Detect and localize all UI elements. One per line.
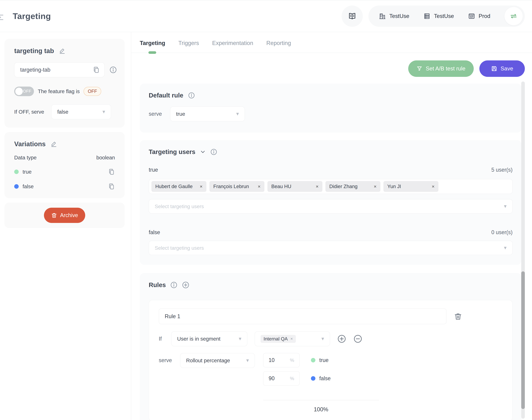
chevron-down-icon: ▼ — [235, 111, 240, 117]
true-users-tags-box[interactable]: Hubert de Gaulle × François Lebrun × Bea… — [149, 179, 513, 194]
chevron-down-icon: ▼ — [238, 336, 242, 341]
true-users-select[interactable]: Select targeting users ▼ — [149, 199, 513, 213]
funnel-icon — [416, 66, 422, 72]
rule-item: If User is in segment ▼ Internal QA × ▼ — [149, 300, 513, 420]
tab-reporting[interactable]: Reporting — [266, 40, 291, 53]
targeting-users-info-icon[interactable] — [210, 149, 217, 155]
tab-targeting[interactable]: Targeting — [140, 40, 165, 53]
scrollbar-thumb[interactable] — [521, 271, 525, 409]
copy-variation-true-icon[interactable] — [108, 168, 115, 175]
variation-false-dot — [311, 376, 315, 381]
app-header: Targeting TestUse TestUse — [0, 0, 532, 32]
false-group-label: false — [149, 229, 160, 236]
variation-false-label: false — [23, 183, 34, 189]
rule-serve-label: serve — [159, 357, 172, 363]
percent-sign: % — [290, 358, 294, 363]
edit-variations-icon[interactable] — [51, 141, 57, 147]
user-tag-label: Hubert de Gaulle — [155, 184, 192, 189]
default-rule-info-icon[interactable] — [188, 92, 195, 99]
flag-toggle[interactable]: OFF — [14, 87, 34, 96]
user-tag: Beau HU × — [267, 181, 323, 192]
project-item[interactable]: TestUse — [424, 13, 454, 20]
remove-user-icon[interactable]: × — [371, 184, 377, 189]
context-switcher: TestUse TestUse Prod — [369, 5, 525, 27]
variation-true-dot — [311, 358, 315, 362]
toggle-state-label: OFF — [23, 89, 31, 94]
rollout-total: 100% — [263, 406, 379, 413]
default-serve-select[interactable]: true ▼ — [170, 106, 245, 121]
data-type-value: boolean — [96, 155, 115, 161]
condition-property-select[interactable]: User is in segment ▼ — [171, 331, 247, 346]
user-tag-label: Beau HU — [271, 184, 291, 189]
data-type-label: Data type — [14, 155, 37, 161]
rollout-false-value: 90 — [269, 375, 275, 382]
targeting-users-card: Targeting users true 5 user(s) Hubert de… — [140, 140, 521, 265]
book-icon — [348, 12, 356, 20]
rules-card: Rules If User is in — [140, 273, 521, 420]
variation-true-label: true — [23, 169, 31, 175]
tab-triggers[interactable]: Triggers — [178, 40, 199, 53]
collapse-section-icon[interactable] — [200, 149, 206, 155]
variation-false-dot — [14, 184, 19, 189]
chevron-down-icon: ▼ — [503, 204, 507, 209]
set-ab-test-rule-button[interactable]: Set A/B test rule — [408, 60, 473, 77]
false-users-select[interactable]: Select targeting users ▼ — [149, 241, 513, 255]
variation-row-false: false — [14, 183, 115, 190]
default-serve-value: true — [176, 111, 185, 117]
copy-key-icon[interactable] — [93, 66, 100, 74]
remove-user-icon[interactable]: × — [313, 184, 319, 189]
rollout-true-input[interactable]: 10 % — [263, 353, 300, 367]
if-off-serve-select[interactable]: false ▼ — [51, 104, 111, 119]
code-window-icon — [468, 13, 475, 20]
page-title: Targeting — [13, 11, 51, 21]
vertical-scrollbar[interactable] — [521, 81, 525, 419]
key-info-icon[interactable] — [109, 66, 117, 74]
rules-title: Rules — [149, 281, 166, 289]
variation-true-dot — [14, 170, 19, 174]
remove-segment-icon[interactable]: × — [290, 336, 293, 341]
workspace-label: TestUse — [389, 13, 409, 19]
rollout-divider — [263, 400, 379, 400]
segment-select[interactable]: Internal QA × ▼ — [254, 331, 330, 346]
collapse-sidebar-icon[interactable] — [0, 14, 4, 21]
remove-user-icon[interactable]: × — [255, 184, 261, 189]
flag-name: targeting tab — [14, 47, 54, 55]
rules-info-icon[interactable] — [170, 281, 177, 289]
add-condition-icon[interactable] — [337, 334, 346, 343]
edit-flag-name-icon[interactable] — [59, 48, 65, 54]
archive-panel: Archive — [4, 203, 125, 228]
remove-user-icon[interactable]: × — [429, 184, 435, 189]
serve-type-value: Rollout percentage — [186, 358, 230, 363]
user-tag: Hubert de Gaulle × — [151, 181, 207, 192]
action-buttons: Set A/B test rule Save — [140, 60, 525, 77]
swap-arrows-icon — [510, 12, 517, 20]
delete-rule-icon[interactable] — [454, 312, 462, 320]
false-group-count: 0 user(s) — [491, 229, 513, 236]
default-serve-label: serve — [149, 111, 162, 117]
if-label: If — [159, 336, 164, 342]
archive-button[interactable]: Archive — [44, 208, 85, 223]
user-tag: François Lebrun × — [209, 181, 265, 192]
switch-context-button[interactable] — [504, 7, 523, 25]
remove-condition-icon[interactable] — [353, 334, 362, 343]
workspace-item[interactable]: TestUse — [379, 13, 409, 20]
rollout-false-input[interactable]: 90 % — [263, 371, 300, 386]
set-ab-test-rule-label: Set A/B test rule — [426, 65, 465, 72]
docs-button[interactable] — [341, 5, 363, 27]
copy-variation-false-icon[interactable] — [108, 183, 115, 190]
save-button[interactable]: Save — [479, 60, 525, 77]
flag-info-panel: targeting tab targeting-tab — [4, 39, 125, 128]
targeting-users-title: Targeting users — [149, 148, 195, 155]
variation-row-true: true — [14, 168, 115, 175]
flag-key-input[interactable]: targeting-tab — [14, 62, 105, 77]
segment-tag: Internal QA × — [261, 335, 296, 343]
user-tag: Yun JI × — [384, 181, 438, 192]
add-rule-icon[interactable] — [182, 281, 189, 289]
serve-type-select[interactable]: Rollout percentage ▼ — [180, 353, 255, 368]
if-off-serve-label: If OFF, serve — [14, 109, 44, 115]
tab-experimentation[interactable]: Experimentation — [212, 40, 253, 53]
active-tab-indicator — [148, 51, 156, 54]
environment-item[interactable]: Prod — [468, 13, 490, 20]
rule-name-input[interactable] — [159, 308, 446, 324]
remove-user-icon[interactable]: × — [197, 184, 203, 189]
